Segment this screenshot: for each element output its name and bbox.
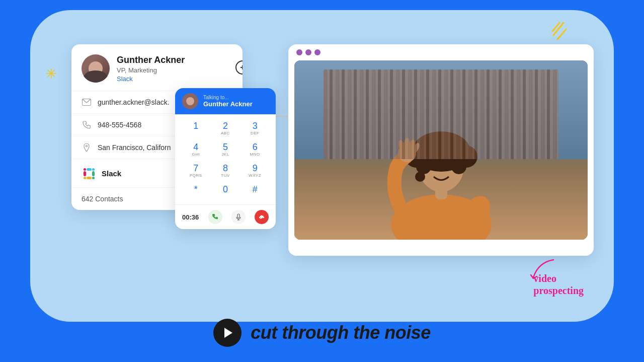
- slack-logo-icon: [82, 166, 96, 180]
- svg-rect-12: [84, 177, 86, 179]
- svg-point-23: [415, 172, 425, 182]
- keypad-key-star[interactable]: *: [185, 183, 207, 196]
- contact-location: San Francisco, Californ: [98, 143, 171, 152]
- add-button[interactable]: +: [235, 60, 243, 75]
- svg-point-28: [404, 138, 410, 151]
- dialer-avatar: [182, 93, 198, 109]
- svg-rect-10: [92, 177, 95, 179]
- end-call-button[interactable]: [255, 210, 269, 224]
- dialer-footer: 00:36: [175, 204, 276, 229]
- call-timer: 00:36: [182, 213, 199, 221]
- dialer-keypad: 1 2 ABC 3 DEF 4 GHI 5: [175, 114, 276, 204]
- svg-rect-8: [92, 168, 95, 171]
- contact-phone: 948-555-4568: [98, 121, 141, 129]
- play-icon: [224, 328, 232, 338]
- keypad-row-2: 4 GHI 5 JKL 6 MNO: [181, 140, 270, 159]
- decorative-lines: [538, 20, 569, 45]
- window-dot-3: [314, 49, 320, 55]
- video-background: [294, 60, 588, 240]
- integration-name: Slack: [102, 169, 121, 178]
- keypad-key-2[interactable]: 2 ABC: [214, 119, 236, 137]
- dialer-contact-name: Gunther Ackner: [203, 100, 253, 108]
- svg-point-30: [411, 142, 420, 154]
- mute-button[interactable]: [231, 210, 246, 224]
- contact-avatar: [82, 54, 110, 83]
- contact-card-header: Gunther Ackner VP, Marketing Slack +: [71, 44, 243, 91]
- svg-point-29: [408, 139, 417, 152]
- svg-rect-11: [87, 177, 92, 179]
- keypad-key-3[interactable]: 3 DEF: [244, 119, 266, 137]
- video-annotation: video prospecting: [533, 272, 584, 297]
- keypad-key-5[interactable]: 5 JKL: [214, 140, 236, 159]
- email-icon: [82, 97, 92, 107]
- video-card-header: [288, 44, 594, 60]
- video-frame: [294, 60, 588, 240]
- svg-point-26: [398, 144, 416, 162]
- play-button[interactable]: [213, 319, 242, 347]
- location-icon: [82, 142, 92, 153]
- video-card: [288, 44, 594, 256]
- contact-source: Slack: [117, 75, 232, 83]
- contact-info: Gunther Ackner VP, Marketing Slack: [117, 55, 232, 83]
- window-dot-1: [296, 49, 302, 55]
- keypad-key-0[interactable]: 0: [214, 183, 236, 196]
- phone-icon: [82, 120, 92, 130]
- svg-rect-5: [84, 171, 86, 176]
- video-person: [366, 68, 517, 240]
- call-button[interactable]: [208, 210, 222, 224]
- svg-point-25: [446, 163, 452, 170]
- svg-rect-7: [87, 168, 92, 171]
- headline: cut through the noise: [251, 322, 430, 343]
- keypad-row-3: 7 PQRS 8 TUV 9 WXYZ: [181, 162, 270, 180]
- svg-point-24: [431, 163, 437, 170]
- keypad-key-1[interactable]: 1: [185, 119, 207, 137]
- decorative-star: ✳: [45, 65, 57, 82]
- keypad-key-hash[interactable]: #: [244, 183, 266, 196]
- contact-name: Gunther Ackner: [117, 55, 232, 65]
- keypad-key-6[interactable]: 6 MNO: [244, 140, 266, 159]
- svg-rect-9: [92, 171, 95, 176]
- svg-rect-6: [84, 168, 86, 171]
- svg-point-22: [451, 159, 466, 174]
- contact-title: VP, Marketing: [117, 66, 232, 74]
- keypad-key-4[interactable]: 4 GHI: [185, 140, 207, 159]
- annotation-arrow-icon: [528, 257, 558, 282]
- keypad-row-4: * 0 #: [181, 183, 270, 196]
- contacts-count: 642 Contacts: [82, 195, 123, 203]
- keypad-key-9[interactable]: 9 WXYZ: [244, 162, 266, 180]
- svg-line-1: [557, 29, 566, 39]
- contact-email: gunther.ackner@slack.: [98, 98, 170, 106]
- dialer-header-text: Talking to... Gunther Ackner: [203, 95, 253, 108]
- keypad-row-1: 1 2 ABC 3 DEF: [181, 119, 270, 137]
- svg-point-21: [416, 159, 431, 174]
- bottom-section: cut through the noise: [0, 319, 644, 347]
- dialer-header: Talking to... Gunther Ackner: [175, 88, 276, 114]
- dialer-card: Talking to... Gunther Ackner 1 2 ABC 3 D…: [175, 88, 276, 229]
- keypad-key-7[interactable]: 7 PQRS: [185, 162, 207, 180]
- dialer-label: Talking to...: [203, 95, 253, 100]
- svg-point-27: [397, 139, 407, 153]
- keypad-key-8[interactable]: 8 TUV: [214, 162, 236, 180]
- annotation-text-line2: prospecting: [533, 284, 584, 297]
- svg-point-4: [86, 146, 88, 147]
- window-dot-2: [305, 49, 311, 55]
